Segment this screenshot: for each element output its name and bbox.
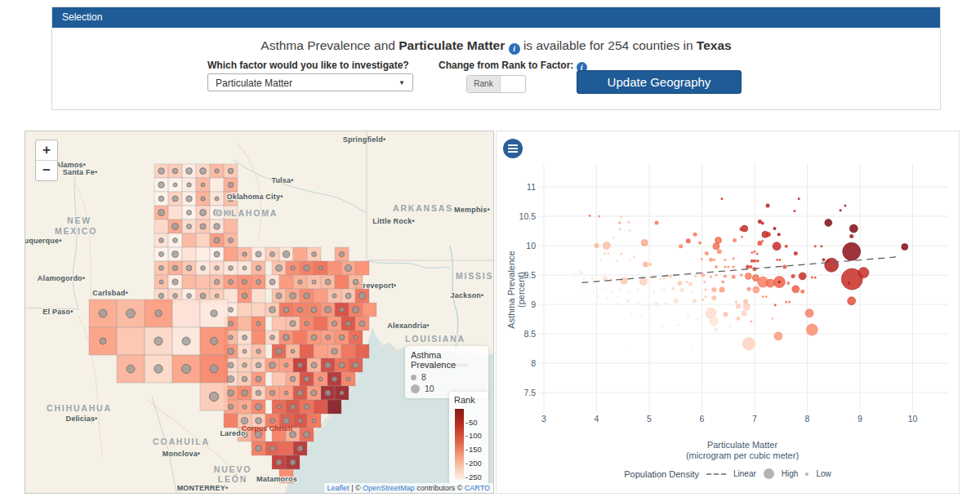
county-marker [256, 349, 261, 354]
scatter-point [785, 245, 788, 248]
county-cell[interactable] [182, 233, 196, 247]
legend-linear-label[interactable]: Linear [733, 469, 756, 478]
scatter-point [745, 273, 751, 279]
scatter-point [825, 219, 832, 226]
scatter-point [742, 338, 755, 350]
county-cell[interactable] [293, 331, 307, 344]
zoom-in-button[interactable]: + [36, 140, 57, 161]
county-cell[interactable] [293, 247, 307, 261]
scatter-point [628, 291, 630, 293]
county-marker [304, 293, 310, 300]
county-cell[interactable] [154, 220, 168, 233]
scatter-point [661, 325, 663, 327]
county-cell[interactable] [224, 414, 238, 428]
county-cell[interactable] [182, 247, 196, 261]
zoom-out-button[interactable]: − [36, 161, 57, 180]
city-label: Tulsa• [271, 176, 293, 184]
city-label: Laredo [220, 429, 246, 437]
scatter-point [617, 295, 619, 298]
county-marker [214, 237, 220, 243]
county-cell[interactable] [327, 261, 341, 275]
county-cell[interactable] [355, 261, 369, 275]
county-cell[interactable] [182, 275, 196, 289]
legend-low-label[interactable]: Low [816, 469, 831, 478]
scatter-point [843, 242, 861, 260]
county-cell[interactable] [210, 178, 224, 192]
county-cell[interactable] [252, 303, 265, 317]
county-cell[interactable] [196, 247, 210, 261]
scatter-point [756, 253, 759, 255]
county-cell[interactable] [196, 233, 210, 247]
scatter-point [820, 245, 822, 247]
county-cell[interactable] [168, 206, 182, 220]
county-cell[interactable] [224, 247, 238, 261]
county-marker [158, 210, 165, 216]
update-geography-button[interactable]: Update Geography Selections [577, 70, 742, 94]
county-marker [291, 349, 295, 353]
scatter-point [701, 258, 703, 260]
factor-dropdown[interactable]: Particulate Matter ▼ [207, 73, 413, 91]
county-cell[interactable] [117, 327, 145, 355]
county-cell[interactable] [363, 303, 376, 317]
rank-factor-toggle[interactable]: Rank [466, 75, 526, 93]
county-cell[interactable] [252, 289, 265, 303]
county-marker [228, 168, 234, 174]
county-cell[interactable] [196, 275, 210, 289]
scatter-point [574, 273, 577, 277]
county-marker [345, 321, 350, 326]
scatter-point [701, 273, 705, 277]
county-marker [283, 251, 289, 257]
rank-legend-ticks: 50100150200250 [466, 409, 485, 480]
high-density-icon [764, 468, 774, 479]
scatter-point [604, 252, 606, 255]
scatter-point [627, 221, 630, 224]
county-cell[interactable] [172, 300, 200, 327]
county-cell[interactable] [272, 317, 286, 331]
scatter-point [705, 295, 707, 298]
county-cell[interactable] [279, 275, 293, 289]
county-marker [182, 337, 190, 345]
county-cell[interactable] [238, 303, 252, 317]
city-label: Jackson• [451, 291, 484, 300]
county-cell[interactable] [314, 317, 327, 331]
county-cell[interactable] [355, 344, 369, 358]
state-label: ARKANSAS [393, 203, 453, 213]
carto-link[interactable]: CARTO [465, 484, 490, 492]
scatter-point [619, 289, 621, 291]
scatter-point [693, 233, 697, 237]
scatter-point [733, 238, 737, 242]
county-cell[interactable] [314, 344, 327, 358]
county-marker [99, 309, 107, 317]
county-cell[interactable] [314, 400, 327, 414]
county-cell[interactable] [252, 331, 265, 344]
asthma-size-legend: Asthma Prevalence 8 10 [405, 346, 488, 398]
county-cell[interactable] [224, 220, 238, 233]
county-marker [290, 459, 296, 465]
county-marker [127, 365, 135, 373]
gridlines [539, 164, 948, 413]
county-cell[interactable] [314, 289, 327, 303]
county-cell[interactable] [272, 372, 286, 386]
county-cell[interactable] [300, 344, 314, 358]
leaflet-map-canvas[interactable]: Shreveport•Corpus ChristiSpringfield•Tul… [25, 131, 493, 493]
county-cell[interactable] [335, 275, 349, 289]
county-marker [172, 168, 178, 174]
county-cell[interactable] [341, 344, 355, 358]
county-cell[interactable] [238, 317, 252, 331]
county-marker [256, 390, 261, 396]
county-cell[interactable] [327, 400, 341, 414]
county-cell[interactable] [279, 442, 293, 455]
rank-tick-label: 50 [466, 419, 478, 426]
selected-county-label: Corpus Christi [242, 424, 293, 433]
map-panel[interactable]: Shreveport•Corpus ChristiSpringfield•Tul… [24, 131, 494, 494]
scatter-chart-panel: 1110.5109.598.587.5345678910Particulate … [496, 131, 960, 494]
leaflet-link[interactable]: Leaflet [327, 484, 350, 492]
chart-menu-button[interactable] [503, 139, 523, 158]
scatter-point [785, 301, 787, 304]
scatter-point [603, 242, 610, 250]
scatter-point [794, 251, 798, 255]
legend-high-label[interactable]: High [782, 469, 799, 478]
factor-info-icon[interactable]: i [509, 43, 520, 55]
county-marker [276, 265, 283, 272]
openstreetmap-link[interactable]: OpenStreetMap [363, 484, 415, 492]
